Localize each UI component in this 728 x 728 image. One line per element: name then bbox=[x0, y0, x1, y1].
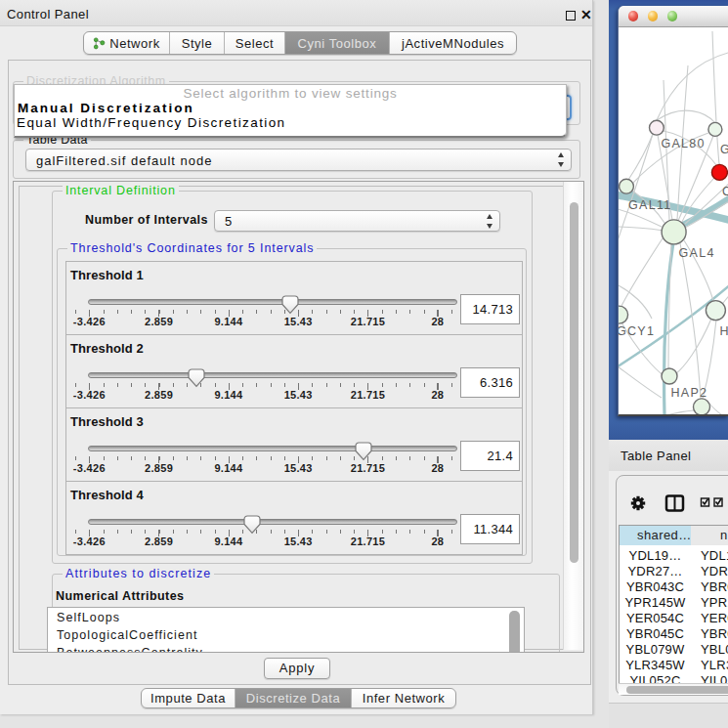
svg-text:C: C bbox=[722, 185, 728, 198]
svg-text:GAL11: GAL11 bbox=[628, 198, 672, 212]
svg-text:GAL4: GAL4 bbox=[679, 246, 715, 260]
svg-text:HAP2: HAP2 bbox=[671, 386, 708, 400]
svg-text:H: H bbox=[720, 324, 728, 338]
svg-text:GAL80: GAL80 bbox=[661, 137, 705, 150]
svg-text:GAL: GAL bbox=[720, 143, 728, 156]
svg-text:GCY1: GCY1 bbox=[619, 324, 655, 338]
